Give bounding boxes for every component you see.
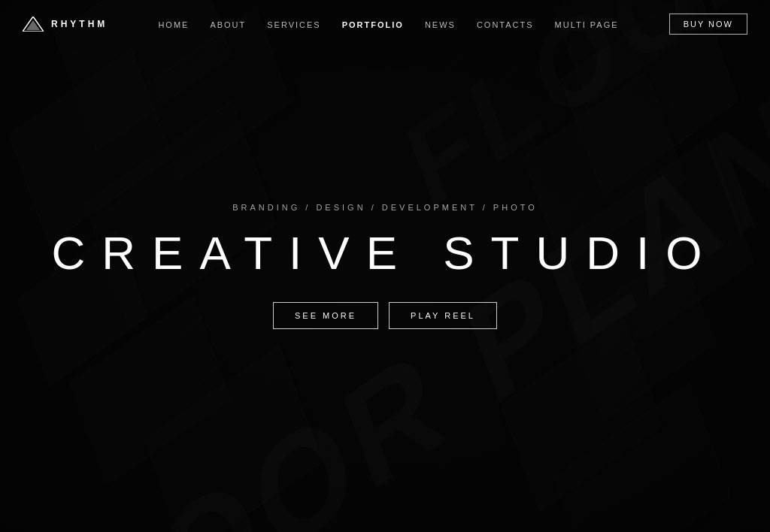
hero-subtitle: BRANDING / DESIGN / DEVELOPMENT / PHOTO — [232, 203, 538, 212]
hero-section: FLOOR PLANS FLOOR RHYTHM HOME ABOUT SERV… — [0, 0, 770, 532]
nav-item-about[interactable]: ABOUT — [210, 17, 246, 31]
nav-link-services[interactable]: SERVICES — [267, 20, 320, 29]
nav-link-home[interactable]: HOME — [158, 20, 189, 29]
nav-item-home[interactable]: HOME — [158, 17, 189, 31]
nav-item-services[interactable]: SERVICES — [267, 17, 320, 31]
nav-item-portfolio[interactable]: PORTFOLIO — [342, 17, 404, 31]
svg-marker-1 — [26, 20, 40, 30]
hero-title: CREATIVE STUDIO — [52, 230, 719, 277]
nav-link-news[interactable]: NEWS — [425, 20, 456, 29]
buy-now-button[interactable]: BUY NOW — [669, 14, 747, 35]
brand-name: RHYTHM — [51, 19, 108, 29]
nav-item-contacts[interactable]: CONTACTS — [477, 17, 534, 31]
nav-link-portfolio[interactable]: PORTFOLIO — [342, 20, 404, 29]
logo[interactable]: RHYTHM — [23, 17, 108, 32]
logo-icon — [23, 17, 44, 32]
nav-link-about[interactable]: ABOUT — [210, 20, 246, 29]
nav-links: HOME ABOUT SERVICES PORTFOLIO NEWS CONTA… — [158, 17, 618, 31]
hero-content: BRANDING / DESIGN / DEVELOPMENT / PHOTO … — [52, 203, 719, 329]
nav-item-multipage[interactable]: MULTI PAGE — [555, 17, 619, 31]
nav-link-contacts[interactable]: CONTACTS — [477, 20, 534, 29]
navbar: RHYTHM HOME ABOUT SERVICES PORTFOLIO NEW… — [0, 0, 770, 48]
play-reel-button[interactable]: PLAY REEL — [389, 302, 497, 329]
nav-item-news[interactable]: NEWS — [425, 17, 456, 31]
hero-buttons: SEE MORE PLAY REEL — [273, 302, 497, 329]
see-more-button[interactable]: SEE MORE — [273, 302, 378, 329]
nav-link-multipage[interactable]: MULTI PAGE — [555, 20, 619, 29]
